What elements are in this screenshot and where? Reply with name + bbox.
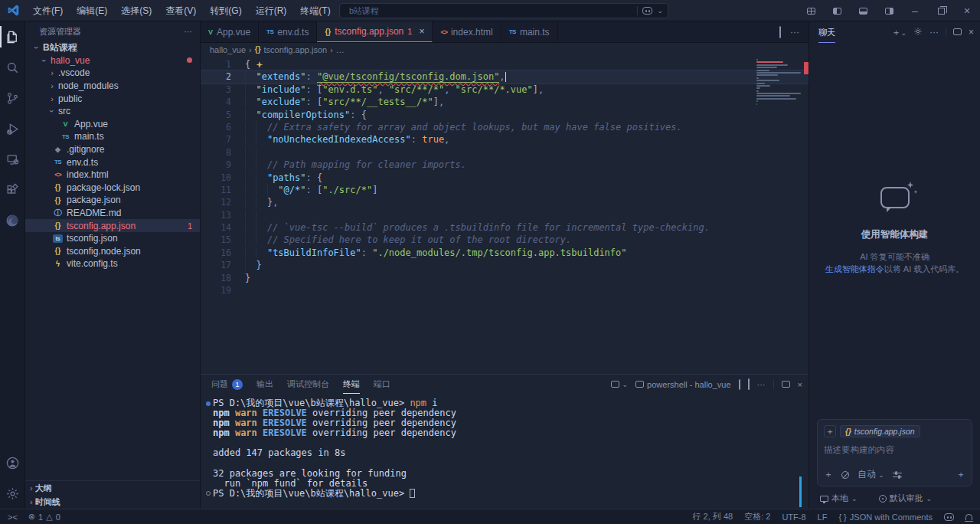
copilot-status-icon[interactable]: [944, 513, 954, 521]
layout-customize-icon[interactable]: [798, 0, 824, 21]
chat-settings-gear-icon[interactable]: [913, 27, 923, 38]
problems-indicator[interactable]: ⊗1 △0: [28, 512, 60, 522]
menu-item-编辑E[interactable]: 编辑(E): [70, 0, 114, 21]
window-close-button[interactable]: ×: [954, 0, 980, 21]
cursor-position[interactable]: 行 2, 列 48: [693, 511, 733, 522]
panel-tab-问题[interactable]: 问题1: [211, 375, 243, 394]
code-line-8[interactable]: 8: [201, 146, 808, 159]
chevron-down-icon[interactable]: ⌄: [657, 7, 663, 15]
chat-maximize-icon[interactable]: [953, 27, 962, 38]
split-editor-icon[interactable]: [779, 27, 781, 38]
maximize-panel-icon[interactable]: [782, 380, 790, 389]
launch-profile-icon[interactable]: ⌄: [611, 381, 629, 388]
tree-item-node_modules[interactable]: ›node_modules: [25, 80, 200, 93]
tree-item-index.html[interactable]: <>index.html: [25, 169, 200, 182]
chat-input-box[interactable]: ＋ {} tsconfig.app.json 描述要构建的内容 ＋ 自动 ⌄ ＋: [817, 419, 972, 486]
explorer-icon[interactable]: [0, 21, 25, 52]
tree-item-B站课程[interactable]: ›B站课程: [25, 41, 200, 54]
tune-sliders-icon[interactable]: [893, 471, 902, 479]
menu-item-查看V[interactable]: 查看(V): [158, 0, 203, 21]
copilot-icon[interactable]: [642, 7, 652, 15]
code-line-9[interactable]: 9 // Path mapping for cleaner imports.: [201, 159, 808, 171]
command-center-search[interactable]: b站课程 ⌄: [339, 3, 668, 18]
language-mode[interactable]: { }JSON with Comments: [838, 513, 933, 522]
attach-icon[interactable]: ＋: [824, 468, 833, 481]
close-panel-icon[interactable]: ×: [798, 380, 802, 389]
tree-item-main.ts[interactable]: TSmain.ts: [25, 130, 200, 143]
send-icon[interactable]: ＋: [956, 468, 965, 481]
tree-item-env.d.ts[interactable]: TSenv.d.ts: [25, 156, 200, 169]
code-line-15[interactable]: 15 // Specified here to keep it out of t…: [201, 234, 808, 246]
edge-devtools-icon[interactable]: [0, 205, 25, 236]
tree-item-package.json[interactable]: {}package.json: [25, 194, 200, 207]
tree-item-hallo_vue[interactable]: ›hallo_vue: [25, 54, 200, 67]
model-picker[interactable]: 自动 ⌄: [858, 468, 884, 481]
chat-more-actions-icon[interactable]: ···: [929, 27, 939, 38]
terminal-more-actions-icon[interactable]: ···: [757, 380, 766, 389]
code-line-3[interactable]: 3 "include": ["env.d.ts", "src/**/*", "s…: [201, 84, 808, 96]
session-target-picker[interactable]: 本地⌄: [820, 493, 858, 504]
tree-item-public[interactable]: ›public: [25, 92, 200, 105]
code-line-5[interactable]: 5 "compilerOptions": {: [201, 109, 808, 121]
search-icon[interactable]: [0, 52, 25, 83]
remote-indicator[interactable]: ><: [8, 513, 18, 522]
generate-instructions-link[interactable]: 生成智能体指令: [825, 264, 884, 273]
code-line-18[interactable]: 18}: [201, 272, 808, 284]
code-line-11[interactable]: 11 "@/*": ["./src/*"]: [201, 184, 808, 196]
minimap[interactable]: [756, 59, 801, 108]
toggle-panel-icon[interactable]: [850, 0, 876, 21]
code-line-12[interactable]: 12 },: [201, 196, 808, 208]
panel-tab-端口[interactable]: 端口: [374, 375, 390, 394]
tab-env.d.ts[interactable]: TSenv.d.ts: [259, 21, 317, 42]
menu-item-转到G[interactable]: 转到(G): [203, 0, 248, 21]
menu-item-文件F[interactable]: 文件(F): [26, 0, 70, 21]
sidebar-section-时间线[interactable]: ›时间线: [25, 495, 200, 509]
breadcrumb[interactable]: hallo_vue › {} tsconfig.app.json › …: [201, 43, 808, 56]
approval-mode-picker[interactable]: 默认审批⌄: [879, 493, 933, 504]
editor-more-actions-icon[interactable]: ···: [790, 27, 799, 38]
eol-indicator[interactable]: LF: [818, 513, 828, 522]
code-line-13[interactable]: 13: [201, 209, 808, 221]
tree-item-src[interactable]: ›src: [25, 105, 200, 118]
toggle-sidebar-icon[interactable]: [824, 0, 850, 21]
tree-item-tsconfig.json[interactable]: tstsconfig.json: [25, 232, 200, 245]
tree-item-.gitignore[interactable]: ◆.gitignore: [25, 143, 200, 156]
close-tab-icon[interactable]: ×: [419, 26, 424, 37]
tree-item-vite.config.ts[interactable]: ϟvite.config.ts: [25, 257, 200, 270]
code-line-2[interactable]: 2 "extends": "@vue/tsconfig/tsconfig.dom…: [201, 70, 808, 83]
chat-input-placeholder[interactable]: 描述要构建的内容: [824, 444, 965, 456]
menu-item-选择S[interactable]: 选择(S): [114, 0, 158, 21]
add-context-icon[interactable]: ＋: [824, 425, 836, 437]
tools-icon[interactable]: [841, 471, 849, 479]
chat-close-icon[interactable]: ×: [969, 27, 974, 38]
sidebar-section-大纲[interactable]: ›大纲: [25, 481, 200, 495]
tab-tsconfig.app.json[interactable]: {}tsconfig.app.json1×: [317, 21, 433, 42]
code-line-10[interactable]: 10 "paths": {: [201, 172, 808, 184]
code-line-6[interactable]: 6 // Extra safety for array and object l…: [201, 121, 808, 133]
panel-tab-调试控制台[interactable]: 调试控制台: [287, 375, 329, 394]
extensions-icon[interactable]: [0, 175, 25, 205]
source-control-icon[interactable]: [0, 83, 25, 113]
window-minimize-button[interactable]: –: [902, 0, 928, 21]
more-actions-icon[interactable]: ···: [184, 27, 192, 36]
run-debug-icon[interactable]: [0, 113, 25, 144]
code-line-16[interactable]: 16 "tsBuildInfoFile": "./node_modules/.t…: [201, 247, 808, 259]
code-line-1[interactable]: 1{: [201, 58, 808, 70]
tree-item-.vscode[interactable]: ›.vscode: [25, 67, 200, 80]
tab-chat[interactable]: 聊天: [818, 21, 835, 43]
menu-item-终端T[interactable]: 终端(T): [293, 0, 337, 21]
split-terminal-icon[interactable]: [739, 380, 740, 389]
terminal-instance[interactable]: powershell - hallo_vue: [635, 380, 730, 389]
indentation[interactable]: 空格: 2: [744, 511, 770, 522]
tree-item-tsconfig.node.json[interactable]: {}tsconfig.node.json: [25, 245, 200, 258]
tab-index.html[interactable]: <>index.html: [433, 21, 501, 42]
code-line-7[interactable]: 7 "noUncheckedIndexedAccess": true,: [201, 133, 808, 146]
encoding[interactable]: UTF-8: [782, 513, 805, 522]
panel-tab-输出[interactable]: 输出: [256, 375, 273, 394]
code-editor[interactable]: 1{ 2 "extends": "@vue/tsconfig/tsconfig.…: [201, 56, 808, 374]
window-restore-button[interactable]: [928, 0, 954, 21]
tree-item-tsconfig.app.json[interactable]: {}tsconfig.app.json1: [25, 219, 200, 232]
tree-item-App.vue[interactable]: VApp.vue: [25, 118, 200, 131]
terminal-scrollbar[interactable]: [799, 477, 802, 507]
toggle-secondary-sidebar-icon[interactable]: [876, 0, 902, 21]
